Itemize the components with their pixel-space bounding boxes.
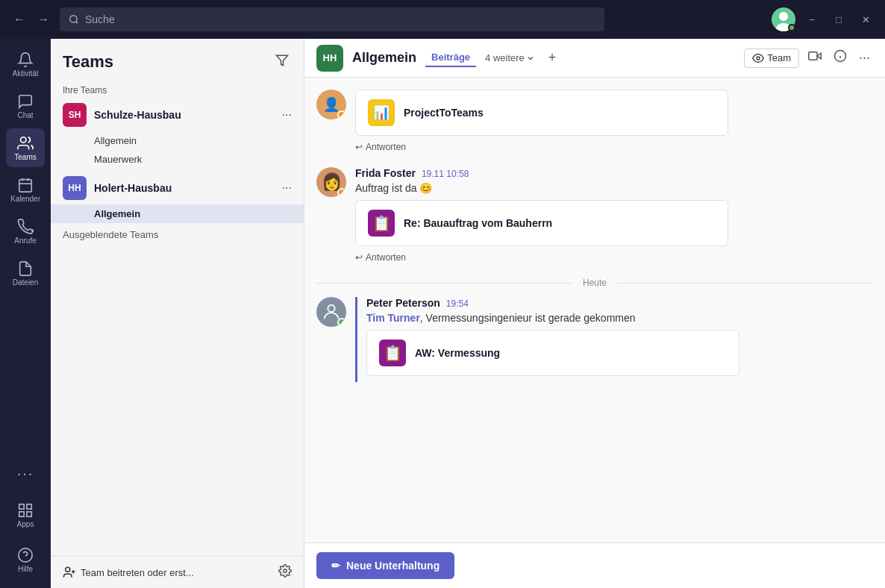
- chevron-down-icon: [526, 54, 535, 63]
- sidebar-bottom: ... Apps Hilfe: [6, 451, 45, 588]
- titlebar-right: − □ ✕: [772, 7, 876, 31]
- msg-card-icon-1: 📊: [368, 99, 395, 126]
- svg-marker-22: [817, 53, 821, 59]
- video-button[interactable]: [805, 46, 825, 69]
- chat-icon: [17, 93, 34, 110]
- channel-sh-allgemein[interactable]: Allgemein: [51, 131, 304, 150]
- channel-sh-mauerwerk[interactable]: Mauerwerk: [51, 150, 304, 169]
- svg-rect-11: [27, 504, 31, 508]
- sidebar-label-anrufe: Anrufe: [14, 237, 36, 245]
- msg-card-1[interactable]: 📊 ProjectToTeams: [355, 90, 728, 136]
- team-item-holert[interactable]: HH Holert-Hausbau ···: [51, 172, 304, 204]
- teams-icon: [17, 135, 34, 151]
- sidebar-item-chat[interactable]: Chat: [6, 87, 45, 125]
- sidebar-label-chat: Chat: [17, 111, 33, 119]
- message-group-2: 👩 Frida Foster 19.11 10:58 Auftrag ist d…: [316, 167, 873, 263]
- nav-buttons: ← →: [9, 9, 54, 30]
- join-team-icon: [63, 566, 76, 579]
- chat-area: HH Allgemein Beiträge 4 weitere + Team: [304, 39, 885, 588]
- sidebar-item-more[interactable]: ...: [6, 451, 45, 490]
- msg-card-title-3: AW: Vermessung: [415, 347, 500, 359]
- msg-status-2: [337, 188, 346, 197]
- msg-reply-2[interactable]: ↩ Antworten: [355, 252, 873, 263]
- new-convo-icon: ✏: [331, 560, 340, 572]
- team-button[interactable]: Team: [744, 49, 799, 68]
- team-avatar-hh: HH: [63, 176, 87, 200]
- svg-point-3: [779, 12, 788, 21]
- add-tab-button[interactable]: +: [544, 49, 561, 67]
- msg-avatar-1: 👤: [316, 90, 346, 119]
- msg-avatar-3: [316, 297, 346, 327]
- forward-button[interactable]: →: [33, 9, 54, 30]
- new-convo-label: Neue Unterhaltung: [346, 560, 440, 572]
- team-btn-label: Team: [767, 52, 791, 63]
- card-icon-emoji-3: 📋: [384, 344, 402, 362]
- msg-card-icon-3: 📋: [379, 340, 406, 366]
- search-input[interactable]: [85, 13, 595, 25]
- svg-rect-6: [19, 179, 32, 191]
- team-name-sh: Schulze-Hausbau: [94, 109, 275, 121]
- filter-button[interactable]: [272, 51, 292, 73]
- channel-hh-allgemein[interactable]: Allgemein: [51, 204, 304, 223]
- sidebar-item-dateien[interactable]: Dateien: [6, 254, 45, 293]
- divider-heute: Heute: [316, 278, 873, 288]
- team-menu-hh[interactable]: ···: [282, 181, 292, 195]
- more-options-button[interactable]: ···: [856, 47, 873, 69]
- panel-title: Teams: [63, 52, 113, 72]
- msg-card-2[interactable]: 📋 Re: Bauauftrag vom Bauherrn: [355, 200, 728, 246]
- minimize-button[interactable]: −: [801, 9, 822, 30]
- sidebar-item-kalender[interactable]: Kalender: [6, 170, 45, 209]
- msg-content-3: Peter Peterson 19:54 Tim Turner, Vermess…: [355, 297, 873, 382]
- msg-status-3: [337, 318, 346, 327]
- tab-beitraege[interactable]: Beiträge: [425, 49, 476, 67]
- filter-icon: [275, 54, 289, 67]
- sidebar-item-hilfe[interactable]: Hilfe: [6, 540, 45, 579]
- msg-content-1: 📊 ProjectToTeams ↩ Antworten: [355, 90, 873, 152]
- sidebar-label-aktivitaet: Aktivität: [12, 69, 38, 78]
- header-actions: Team ···: [744, 46, 873, 69]
- svg-point-5: [21, 137, 26, 142]
- back-button[interactable]: ←: [9, 9, 30, 30]
- info-icon: [834, 49, 847, 63]
- hidden-teams[interactable]: Ausgeblendete Teams: [51, 223, 304, 246]
- msg-status-1: [337, 110, 346, 119]
- msg-time-2: 19.11 10:58: [422, 169, 469, 179]
- reply-label-2: Antworten: [366, 252, 406, 263]
- msg-avatar-2: 👩: [316, 167, 346, 197]
- close-button[interactable]: ✕: [855, 9, 876, 30]
- sidebar-item-teams[interactable]: Teams: [6, 128, 45, 167]
- info-button[interactable]: [831, 46, 850, 69]
- msg-card-title-1: ProjectToTeams: [404, 107, 484, 119]
- join-team-button[interactable]: Team beitreten oder erst...: [63, 566, 278, 579]
- maximize-button[interactable]: □: [828, 9, 849, 30]
- new-convo-button[interactable]: ✏ Neue Unterhaltung: [316, 552, 454, 579]
- sidebar: Aktivität Chat Teams Kalender Anrufe Dat…: [0, 39, 51, 588]
- main-content: Aktivität Chat Teams Kalender Anrufe Dat…: [0, 39, 885, 588]
- messages-container[interactable]: 👤 📊 ProjectToTeams ↩ Antworten: [304, 78, 885, 542]
- avatar-emoji-1: 👤: [323, 96, 340, 113]
- svg-point-27: [328, 305, 334, 312]
- msg-card-icon-2: 📋: [368, 210, 395, 237]
- svg-rect-23: [809, 52, 817, 60]
- svg-rect-12: [27, 511, 31, 516]
- team-menu-sh[interactable]: ···: [282, 108, 292, 122]
- tab-more[interactable]: 4 weitere: [479, 49, 541, 66]
- msg-time-3: 19:54: [446, 298, 469, 309]
- msg-card-3[interactable]: 📋 AW: Vermessung: [366, 330, 739, 376]
- settings-button[interactable]: [278, 564, 292, 581]
- message-group-3: Peter Peterson 19:54 Tim Turner, Vermess…: [316, 297, 873, 382]
- msg-reply-1[interactable]: ↩ Antworten: [355, 142, 873, 152]
- team-item-schulze[interactable]: SH Schulze-Hausbau ···: [51, 98, 304, 131]
- search-bar[interactable]: [60, 7, 604, 31]
- channel-avatar: HH: [316, 45, 343, 72]
- sidebar-item-anrufe[interactable]: Anrufe: [6, 212, 45, 251]
- sidebar-item-apps[interactable]: Apps: [6, 495, 45, 534]
- user-avatar-container[interactable]: [772, 7, 795, 31]
- svg-point-21: [757, 57, 760, 60]
- sidebar-label-kalender: Kalender: [10, 195, 40, 203]
- help-icon: [17, 547, 34, 563]
- channel-name: Allgemein: [352, 50, 416, 66]
- avatar-status: [788, 24, 795, 31]
- reply-icon-1: ↩: [355, 142, 363, 152]
- sidebar-item-aktivitaet[interactable]: Aktivität: [6, 45, 45, 84]
